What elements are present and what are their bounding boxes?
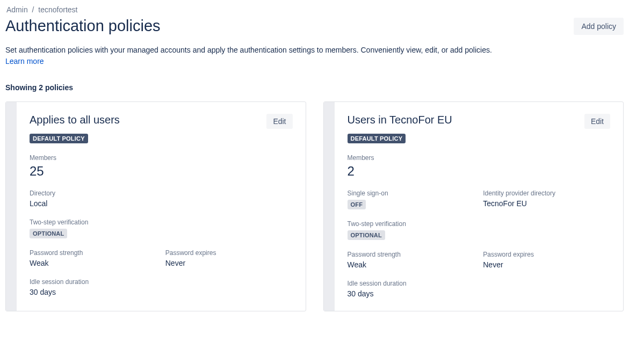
policy-title: Applies to all users (30, 114, 120, 126)
sso-badge: OFF (348, 200, 366, 209)
policy-title: Users in TecnoFor EU (348, 114, 452, 126)
idle-session-value: 30 days (348, 289, 611, 298)
page-title: Authentication policies (5, 17, 161, 35)
page-header: Authentication policies Add policy (5, 17, 624, 35)
policy-cards: Applies to all users Edit DEFAULT POLICY… (5, 101, 624, 311)
idle-session-value: 30 days (30, 288, 293, 296)
idp-directory-label: Identity provider directory (483, 190, 610, 197)
two-step-badge: OPTIONAL (348, 230, 385, 240)
breadcrumb-admin[interactable]: Admin (6, 5, 28, 14)
two-step-badge: OPTIONAL (30, 229, 67, 238)
password-expires-label: Password expires (483, 251, 610, 258)
add-policy-button[interactable]: Add policy (574, 18, 624, 35)
card-accent (324, 102, 335, 311)
learn-more-link[interactable]: Learn more (5, 57, 44, 65)
password-strength-label: Password strength (348, 251, 475, 258)
default-policy-badge: DEFAULT POLICY (348, 134, 406, 143)
directory-label: Directory (30, 190, 293, 197)
policy-card: Users in TecnoFor EU Edit DEFAULT POLICY… (323, 101, 624, 311)
directory-value: Local (30, 199, 293, 208)
idle-session-label: Idle session duration (348, 280, 611, 287)
members-label: Members (30, 154, 293, 162)
breadcrumb-org[interactable]: tecnofortest (38, 5, 77, 14)
card-accent (6, 102, 17, 311)
breadcrumb: Admin / tecnofortest (5, 5, 624, 14)
password-expires-value: Never (483, 260, 610, 269)
edit-button[interactable]: Edit (266, 114, 292, 129)
default-policy-badge: DEFAULT POLICY (30, 134, 88, 143)
idle-session-label: Idle session duration (30, 278, 293, 286)
password-strength-value: Weak (30, 259, 157, 267)
password-strength-label: Password strength (30, 249, 157, 257)
password-strength-value: Weak (348, 260, 475, 269)
members-label: Members (348, 154, 611, 162)
password-expires-value: Never (165, 259, 293, 267)
edit-button[interactable]: Edit (584, 114, 610, 129)
policy-count: Showing 2 policies (5, 83, 624, 92)
two-step-label: Two-step verification (30, 219, 293, 226)
members-value: 2 (348, 164, 611, 179)
two-step-label: Two-step verification (348, 220, 611, 228)
members-value: 25 (30, 164, 293, 179)
password-expires-label: Password expires (165, 249, 293, 257)
idp-directory-value: TecnoFor EU (483, 199, 610, 208)
breadcrumb-separator: / (32, 5, 34, 14)
page-description: Set authentication policies with your ma… (5, 46, 624, 54)
policy-card: Applies to all users Edit DEFAULT POLICY… (5, 101, 306, 311)
sso-label: Single sign-on (348, 190, 475, 197)
